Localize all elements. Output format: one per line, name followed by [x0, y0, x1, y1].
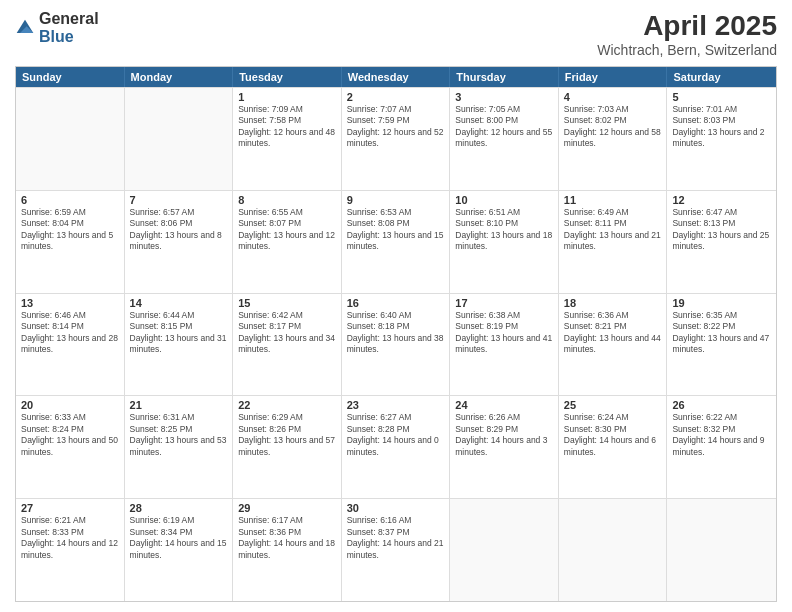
cal-cell: 22Sunrise: 6:29 AM Sunset: 8:26 PM Dayli…: [233, 396, 342, 498]
cal-cell: 27Sunrise: 6:21 AM Sunset: 8:33 PM Dayli…: [16, 499, 125, 601]
day-number: 14: [130, 297, 228, 309]
cal-cell: [16, 88, 125, 190]
cal-cell: 2Sunrise: 7:07 AM Sunset: 7:59 PM Daylig…: [342, 88, 451, 190]
logo-icon: [15, 18, 35, 38]
day-info: Sunrise: 6:46 AM Sunset: 8:14 PM Dayligh…: [21, 310, 119, 356]
day-number: 9: [347, 194, 445, 206]
day-number: 11: [564, 194, 662, 206]
day-number: 20: [21, 399, 119, 411]
cal-cell: 3Sunrise: 7:05 AM Sunset: 8:00 PM Daylig…: [450, 88, 559, 190]
logo-general: General: [39, 10, 99, 27]
cal-row-3: 20Sunrise: 6:33 AM Sunset: 8:24 PM Dayli…: [16, 395, 776, 498]
day-info: Sunrise: 7:03 AM Sunset: 8:02 PM Dayligh…: [564, 104, 662, 150]
cal-cell: 4Sunrise: 7:03 AM Sunset: 8:02 PM Daylig…: [559, 88, 668, 190]
cal-cell: 8Sunrise: 6:55 AM Sunset: 8:07 PM Daylig…: [233, 191, 342, 293]
cal-header-thursday: Thursday: [450, 67, 559, 87]
day-number: 29: [238, 502, 336, 514]
day-number: 30: [347, 502, 445, 514]
cal-cell: 15Sunrise: 6:42 AM Sunset: 8:17 PM Dayli…: [233, 294, 342, 396]
cal-row-0: 1Sunrise: 7:09 AM Sunset: 7:58 PM Daylig…: [16, 87, 776, 190]
day-info: Sunrise: 6:17 AM Sunset: 8:36 PM Dayligh…: [238, 515, 336, 561]
header: General Blue April 2025 Wichtrach, Bern,…: [15, 10, 777, 58]
day-info: Sunrise: 6:35 AM Sunset: 8:22 PM Dayligh…: [672, 310, 771, 356]
day-info: Sunrise: 7:07 AM Sunset: 7:59 PM Dayligh…: [347, 104, 445, 150]
cal-cell: 14Sunrise: 6:44 AM Sunset: 8:15 PM Dayli…: [125, 294, 234, 396]
cal-cell: 9Sunrise: 6:53 AM Sunset: 8:08 PM Daylig…: [342, 191, 451, 293]
day-info: Sunrise: 6:40 AM Sunset: 8:18 PM Dayligh…: [347, 310, 445, 356]
cal-cell: 12Sunrise: 6:47 AM Sunset: 8:13 PM Dayli…: [667, 191, 776, 293]
calendar: SundayMondayTuesdayWednesdayThursdayFrid…: [15, 66, 777, 602]
day-number: 15: [238, 297, 336, 309]
day-info: Sunrise: 6:31 AM Sunset: 8:25 PM Dayligh…: [130, 412, 228, 458]
day-number: 10: [455, 194, 553, 206]
day-info: Sunrise: 6:38 AM Sunset: 8:19 PM Dayligh…: [455, 310, 553, 356]
cal-row-1: 6Sunrise: 6:59 AM Sunset: 8:04 PM Daylig…: [16, 190, 776, 293]
cal-cell: 26Sunrise: 6:22 AM Sunset: 8:32 PM Dayli…: [667, 396, 776, 498]
day-info: Sunrise: 7:01 AM Sunset: 8:03 PM Dayligh…: [672, 104, 771, 150]
day-number: 21: [130, 399, 228, 411]
cal-cell: [667, 499, 776, 601]
day-number: 19: [672, 297, 771, 309]
day-number: 12: [672, 194, 771, 206]
day-number: 8: [238, 194, 336, 206]
cal-row-2: 13Sunrise: 6:46 AM Sunset: 8:14 PM Dayli…: [16, 293, 776, 396]
main-title: April 2025: [597, 10, 777, 42]
title-area: April 2025 Wichtrach, Bern, Switzerland: [597, 10, 777, 58]
day-number: 13: [21, 297, 119, 309]
cal-header-monday: Monday: [125, 67, 234, 87]
day-number: 3: [455, 91, 553, 103]
day-number: 5: [672, 91, 771, 103]
day-info: Sunrise: 6:44 AM Sunset: 8:15 PM Dayligh…: [130, 310, 228, 356]
cal-cell: 29Sunrise: 6:17 AM Sunset: 8:36 PM Dayli…: [233, 499, 342, 601]
day-info: Sunrise: 7:09 AM Sunset: 7:58 PM Dayligh…: [238, 104, 336, 150]
day-number: 18: [564, 297, 662, 309]
logo: General Blue: [15, 10, 99, 46]
cal-cell: 1Sunrise: 7:09 AM Sunset: 7:58 PM Daylig…: [233, 88, 342, 190]
day-number: 24: [455, 399, 553, 411]
day-info: Sunrise: 6:47 AM Sunset: 8:13 PM Dayligh…: [672, 207, 771, 253]
day-number: 27: [21, 502, 119, 514]
logo-text: General Blue: [39, 10, 99, 46]
cal-cell: 10Sunrise: 6:51 AM Sunset: 8:10 PM Dayli…: [450, 191, 559, 293]
day-number: 28: [130, 502, 228, 514]
day-info: Sunrise: 6:42 AM Sunset: 8:17 PM Dayligh…: [238, 310, 336, 356]
day-info: Sunrise: 6:59 AM Sunset: 8:04 PM Dayligh…: [21, 207, 119, 253]
cal-cell: 18Sunrise: 6:36 AM Sunset: 8:21 PM Dayli…: [559, 294, 668, 396]
day-info: Sunrise: 6:29 AM Sunset: 8:26 PM Dayligh…: [238, 412, 336, 458]
cal-cell: 16Sunrise: 6:40 AM Sunset: 8:18 PM Dayli…: [342, 294, 451, 396]
cal-cell: 25Sunrise: 6:24 AM Sunset: 8:30 PM Dayli…: [559, 396, 668, 498]
cal-cell: 13Sunrise: 6:46 AM Sunset: 8:14 PM Dayli…: [16, 294, 125, 396]
day-info: Sunrise: 7:05 AM Sunset: 8:00 PM Dayligh…: [455, 104, 553, 150]
day-number: 23: [347, 399, 445, 411]
day-info: Sunrise: 6:27 AM Sunset: 8:28 PM Dayligh…: [347, 412, 445, 458]
day-info: Sunrise: 6:53 AM Sunset: 8:08 PM Dayligh…: [347, 207, 445, 253]
cal-header-friday: Friday: [559, 67, 668, 87]
day-info: Sunrise: 6:24 AM Sunset: 8:30 PM Dayligh…: [564, 412, 662, 458]
cal-cell: [559, 499, 668, 601]
cal-cell: 6Sunrise: 6:59 AM Sunset: 8:04 PM Daylig…: [16, 191, 125, 293]
logo-blue: Blue: [39, 28, 74, 45]
cal-header-wednesday: Wednesday: [342, 67, 451, 87]
day-info: Sunrise: 6:19 AM Sunset: 8:34 PM Dayligh…: [130, 515, 228, 561]
day-info: Sunrise: 6:51 AM Sunset: 8:10 PM Dayligh…: [455, 207, 553, 253]
day-number: 22: [238, 399, 336, 411]
cal-cell: 19Sunrise: 6:35 AM Sunset: 8:22 PM Dayli…: [667, 294, 776, 396]
cal-cell: 21Sunrise: 6:31 AM Sunset: 8:25 PM Dayli…: [125, 396, 234, 498]
day-number: 2: [347, 91, 445, 103]
day-info: Sunrise: 6:57 AM Sunset: 8:06 PM Dayligh…: [130, 207, 228, 253]
day-number: 7: [130, 194, 228, 206]
cal-cell: 24Sunrise: 6:26 AM Sunset: 8:29 PM Dayli…: [450, 396, 559, 498]
day-number: 26: [672, 399, 771, 411]
cal-header-sunday: Sunday: [16, 67, 125, 87]
cal-cell: 23Sunrise: 6:27 AM Sunset: 8:28 PM Dayli…: [342, 396, 451, 498]
cal-row-4: 27Sunrise: 6:21 AM Sunset: 8:33 PM Dayli…: [16, 498, 776, 601]
cal-cell: 7Sunrise: 6:57 AM Sunset: 8:06 PM Daylig…: [125, 191, 234, 293]
day-number: 17: [455, 297, 553, 309]
day-info: Sunrise: 6:36 AM Sunset: 8:21 PM Dayligh…: [564, 310, 662, 356]
cal-cell: 17Sunrise: 6:38 AM Sunset: 8:19 PM Dayli…: [450, 294, 559, 396]
day-number: 6: [21, 194, 119, 206]
cal-cell: 20Sunrise: 6:33 AM Sunset: 8:24 PM Dayli…: [16, 396, 125, 498]
subtitle: Wichtrach, Bern, Switzerland: [597, 42, 777, 58]
cal-header-saturday: Saturday: [667, 67, 776, 87]
day-info: Sunrise: 6:22 AM Sunset: 8:32 PM Dayligh…: [672, 412, 771, 458]
